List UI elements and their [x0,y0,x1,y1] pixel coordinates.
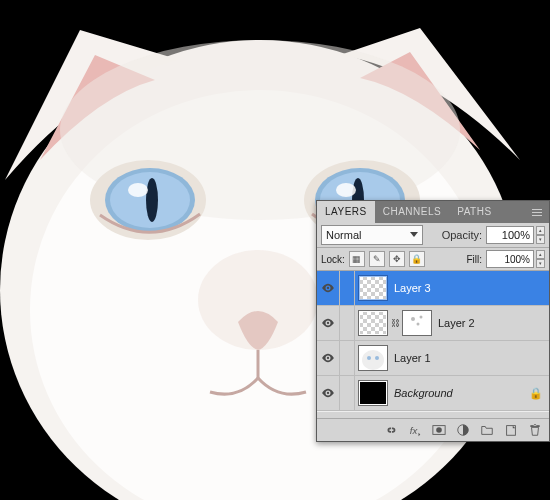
layer-style-icon[interactable]: fx [407,422,423,438]
tab-paths[interactable]: PATHS [449,201,499,223]
layers-panel: LAYERS CHANNELS PATHS Normal Opacity: 10… [316,200,550,442]
layer-mask-icon[interactable] [431,422,447,438]
adjustment-layer-icon[interactable] [455,422,471,438]
visibility-toggle[interactable] [317,306,340,340]
svg-point-13 [336,183,356,197]
blend-mode-value: Normal [326,229,361,241]
lock-label: Lock: [321,254,345,265]
layer-thumbnail[interactable] [358,275,388,301]
layer-thumbnail[interactable] [358,380,388,406]
svg-point-16 [327,322,329,324]
svg-point-24 [375,356,379,360]
svg-text:fx: fx [410,425,419,436]
layer-thumbs [355,345,388,371]
visibility-toggle[interactable] [317,271,340,305]
svg-point-18 [420,316,423,319]
lock-fill-row: Lock: ▦ ✎ ✥ 🔒 Fill: 100% ▴▾ [317,248,549,271]
fill-stepper[interactable]: ▴▾ [536,250,545,268]
layer-thumbs [355,380,388,406]
visibility-toggle[interactable] [317,376,340,410]
layer-row[interactable]: ⛓Layer 2 [317,306,549,341]
svg-point-19 [417,323,420,326]
lock-position-icon[interactable]: ✥ [389,251,405,267]
opacity-label: Opacity: [442,229,482,241]
svg-point-22 [362,350,384,370]
panel-spacer [317,411,549,418]
layer-row[interactable]: Layer 3 [317,271,549,306]
lock-pixels-icon[interactable]: ✎ [369,251,385,267]
lock-buttons: ▦ ✎ ✥ 🔒 [349,251,425,267]
blend-opacity-row: Normal Opacity: 100% ▴▾ [317,223,549,248]
new-layer-icon[interactable] [503,422,519,438]
layer-name[interactable]: Layer 3 [394,282,431,294]
delete-layer-icon[interactable] [527,422,543,438]
blend-mode-select[interactable]: Normal [321,225,423,245]
link-layers-icon[interactable] [383,422,399,438]
link-column [340,341,355,375]
visibility-toggle[interactable] [317,341,340,375]
lock-all-icon[interactable]: 🔒 [409,251,425,267]
svg-point-15 [327,287,329,289]
layer-row[interactable]: Background🔒 [317,376,549,411]
opacity-stepper[interactable]: ▴▾ [536,226,545,244]
lock-transparency-icon[interactable]: ▦ [349,251,365,267]
layer-list: Layer 3⛓Layer 2Layer 1Background🔒 [317,271,549,411]
opacity-input[interactable]: 100% [486,226,534,244]
layer-name[interactable]: Background [394,387,453,399]
layer-thumbs [355,275,388,301]
svg-point-25 [327,392,329,394]
svg-point-10 [146,178,158,222]
lock-indicator-icon: 🔒 [529,387,543,400]
layer-name[interactable]: Layer 2 [438,317,475,329]
panel-tabs: LAYERS CHANNELS PATHS [317,201,549,223]
layer-actions-bar: fx [317,418,549,441]
mask-link-icon[interactable]: ⛓ [391,311,399,335]
svg-point-12 [128,183,148,197]
svg-point-20 [327,357,329,359]
layer-thumbs: ⛓ [355,310,432,336]
svg-point-23 [367,356,371,360]
link-column [340,376,355,410]
tab-channels[interactable]: CHANNELS [375,201,449,223]
svg-point-14 [198,250,318,350]
layer-row[interactable]: Layer 1 [317,341,549,376]
layer-thumbnail[interactable] [358,310,388,336]
panel-menu-icon[interactable] [529,205,545,220]
layer-name[interactable]: Layer 1 [394,352,431,364]
svg-point-17 [411,317,415,321]
fill-input[interactable]: 100% [486,250,534,268]
layer-group-icon[interactable] [479,422,495,438]
tab-layers[interactable]: LAYERS [317,201,375,223]
link-column [340,306,355,340]
fill-label: Fill: [466,254,482,265]
svg-point-28 [436,427,442,433]
layer-mask-thumbnail[interactable] [402,310,432,336]
layer-thumbnail[interactable] [358,345,388,371]
link-column [340,271,355,305]
